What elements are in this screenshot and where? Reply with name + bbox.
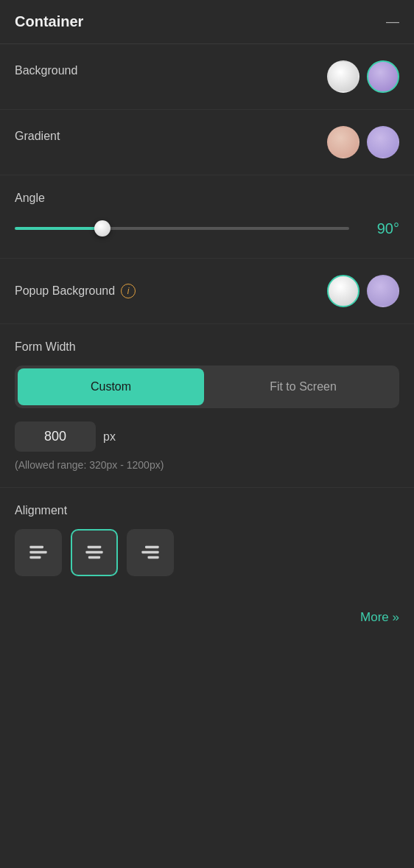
popup-info-icon[interactable]: i (121, 284, 136, 298)
more-link[interactable]: More » (0, 610, 414, 640)
width-input[interactable] (15, 421, 96, 452)
align-right-icon (140, 542, 161, 563)
gradient-swatch-peach[interactable] (327, 126, 359, 158)
gradient-swatches (327, 126, 399, 158)
svg-rect-0 (29, 546, 43, 549)
background-section: Background (0, 44, 414, 110)
svg-rect-6 (145, 546, 159, 549)
angle-slider-row: 90° (15, 220, 399, 237)
angle-value: 90° (361, 220, 399, 237)
panel-title: Container (15, 13, 83, 30)
align-left-icon (28, 542, 49, 563)
svg-rect-1 (29, 551, 46, 554)
custom-button[interactable]: Custom (18, 368, 204, 405)
popup-swatch-purple[interactable] (367, 275, 399, 307)
form-width-label: Form Width (15, 340, 399, 354)
container-panel: Container — Background Gradient Angle (0, 0, 414, 868)
angle-label: Angle (15, 192, 399, 205)
align-left-button[interactable] (15, 529, 62, 576)
popup-swatch-white[interactable] (327, 275, 359, 307)
svg-rect-5 (88, 556, 100, 559)
popup-swatches (327, 275, 399, 307)
angle-section: Angle 90° (0, 175, 414, 259)
angle-slider-container (15, 220, 349, 237)
svg-rect-8 (148, 556, 159, 559)
px-label: px (103, 430, 116, 444)
panel-header: Container — (0, 0, 414, 44)
alignment-section: Alignment (0, 488, 414, 610)
background-row: Background (15, 60, 399, 93)
alignment-label: Alignment (15, 504, 399, 517)
popup-background-label: Popup Background (15, 284, 115, 298)
fit-to-screen-button[interactable]: Fit to Screen (210, 368, 396, 405)
gradient-label: Gradient (15, 130, 60, 143)
align-center-icon (84, 542, 105, 563)
popup-label-row: Popup Background i (15, 284, 136, 298)
align-right-button[interactable] (127, 529, 174, 576)
svg-rect-4 (85, 551, 102, 554)
background-label: Background (15, 64, 77, 77)
background-swatches (327, 60, 399, 93)
gradient-row: Gradient (15, 126, 399, 158)
svg-rect-7 (141, 551, 158, 554)
px-row: px (15, 421, 399, 452)
gradient-swatch-lavender[interactable] (367, 126, 399, 158)
popup-background-row: Popup Background i (15, 275, 399, 307)
alignment-buttons (15, 529, 399, 576)
background-swatch-purple[interactable] (367, 60, 399, 93)
svg-rect-2 (29, 556, 41, 559)
background-swatch-white[interactable] (327, 60, 359, 93)
gradient-section: Gradient (0, 110, 414, 175)
form-width-toggle-group: Custom Fit to Screen (15, 365, 399, 408)
angle-slider[interactable] (15, 227, 349, 230)
svg-rect-3 (88, 546, 102, 549)
align-center-button[interactable] (71, 529, 118, 576)
popup-background-section: Popup Background i (0, 259, 414, 324)
form-width-section: Form Width Custom Fit to Screen px (Allo… (0, 324, 414, 488)
minimize-icon[interactable]: — (386, 14, 399, 29)
range-hint: (Allowed range: 320px - 1200px) (15, 459, 399, 471)
